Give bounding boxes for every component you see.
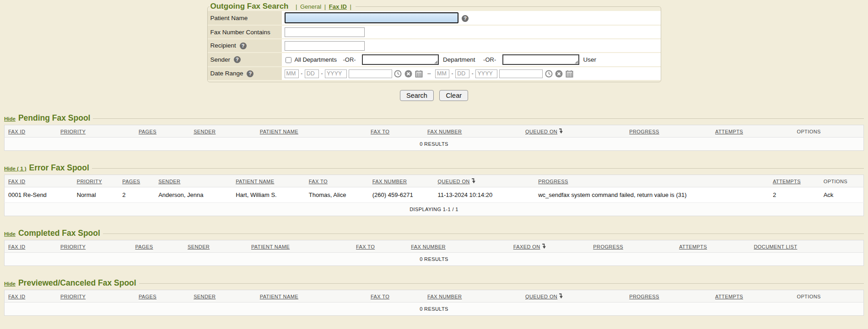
department-combo[interactable] [362,54,439,65]
column-header-pages[interactable]: PAGES [135,290,190,302]
column-header-sender[interactable]: SENDER [190,290,256,302]
end-clock-icon[interactable] [545,70,553,78]
patient-name-input[interactable] [285,12,458,23]
column-header-patient-name[interactable]: PATIENT NAME [248,240,352,253]
date-range-help-icon[interactable]: ? [247,70,253,77]
column-header-sender[interactable]: SENDER [155,175,232,187]
column-header-pages[interactable]: PAGES [119,175,155,187]
column-header-priority[interactable]: PRIORITY [57,240,131,253]
recipient-input[interactable] [285,41,365,51]
column-header-progress[interactable]: PROGRESS [534,175,769,187]
column-header-patient-name[interactable]: PATIENT NAME [256,125,367,138]
date-separator: - [471,70,474,77]
tab-separator: | [294,3,298,10]
clear-button[interactable]: Clear [439,90,468,101]
cell-options[interactable]: Ack [820,187,864,203]
start-clock-icon[interactable] [394,70,402,78]
start-day-input[interactable] [305,69,319,78]
search-form-grid: Patient Name ? Fax Number Contains Recip… [208,11,661,81]
results-summary: 0 RESULTS [5,302,864,316]
column-header-queued-on[interactable]: QUEUED ON [522,290,625,302]
column-header-fax-id[interactable]: FAX ID [5,175,73,187]
cell-pages: 2 [119,187,155,203]
column-header-queued-on[interactable]: QUEUED ON [522,125,625,138]
all-departments-checkbox[interactable] [286,57,291,63]
column-header-document-list[interactable]: DOCUMENT LIST [750,240,864,253]
form-title: Outgoing Fax Search [210,2,289,11]
end-month-input[interactable] [435,69,449,78]
footer-row: 0 RESULTS [5,138,864,151]
recipient-help-icon[interactable]: ? [240,42,247,49]
column-header-queued-on[interactable]: QUEUED ON [434,175,534,187]
column-header-patient-name[interactable]: PATIENT NAME [232,175,305,187]
end-clear-icon[interactable] [555,70,563,78]
tab-fax-id[interactable]: Fax ID [329,3,347,10]
column-header-attempts[interactable]: ATTEMPTS [769,175,820,187]
column-header-pages[interactable]: PAGES [135,125,190,138]
column-header-fax-id[interactable]: FAX ID [5,290,57,302]
column-header-fax-to[interactable]: FAX TO [367,125,424,138]
column-header-priority[interactable]: PRIORITY [73,175,119,187]
recipient-label-text: Recipient [210,42,236,49]
patient-name-help-icon[interactable]: ? [462,15,469,22]
spool-table: FAX IDPRIORITYPAGESSENDERPATIENT NAMEFAX… [4,290,864,316]
department-label: Department [441,56,477,63]
section-head: Hide ( 1 ) Error Fax Spool [4,163,864,173]
column-header-attempts[interactable]: ATTEMPTS [675,240,750,253]
column-header-fax-to[interactable]: FAX TO [367,290,424,302]
column-header-attempts[interactable]: ATTEMPTS [712,125,793,138]
end-year-input[interactable] [475,69,497,78]
end-day-input[interactable] [455,69,469,78]
column-header-fax-id[interactable]: FAX ID [5,240,57,253]
column-header-priority[interactable]: PRIORITY [57,290,135,302]
hide-link[interactable]: Hide [4,281,16,287]
search-button[interactable]: Search [400,90,434,101]
column-header-patient-name[interactable]: PATIENT NAME [256,290,367,302]
column-header-sender[interactable]: SENDER [190,125,256,138]
section-divider [139,283,864,284]
column-header-attempts[interactable]: ATTEMPTS [712,290,793,302]
column-header-pages[interactable]: PAGES [131,240,184,253]
column-header-progress[interactable]: PROGRESS [625,125,712,138]
sort-descending-icon[interactable] [471,178,475,184]
start-time-input[interactable] [349,69,392,78]
hide-link[interactable]: Hide [4,116,16,122]
start-month-input[interactable] [285,69,299,78]
column-header-priority[interactable]: PRIORITY [57,125,135,138]
hide-link[interactable]: Hide ( 1 ) [4,166,27,171]
column-header-progress[interactable]: PROGRESS [589,240,675,253]
column-header-faxed-on[interactable]: FAXED ON [510,240,590,253]
fax-number-input[interactable] [285,27,365,37]
section-error: Hide ( 1 ) Error Fax Spool FAX IDPRIORIT… [4,163,864,216]
date-range-label: Date Range ? [208,67,282,80]
sort-descending-icon[interactable] [542,244,546,249]
column-header-fax-number[interactable]: FAX NUMBER [369,175,434,187]
start-year-input[interactable] [325,69,347,78]
sort-descending-icon[interactable] [559,293,563,299]
column-header-fax-number[interactable]: FAX NUMBER [424,290,522,302]
sender-row: Sender ? All Departments -OR- Department… [208,53,661,67]
cell-patient-name: Hart, William S. [232,187,305,203]
start-calendar-icon[interactable] [415,70,423,78]
column-header-options: OPTIONS [793,125,863,138]
sender-help-icon[interactable]: ? [234,56,241,63]
user-combo[interactable] [502,54,579,65]
cell-attempts: 2 [769,187,820,203]
column-header-fax-to[interactable]: FAX TO [305,175,369,187]
all-departments-label: All Departments [294,56,336,63]
end-time-input[interactable] [499,69,543,78]
column-header-fax-number[interactable]: FAX NUMBER [424,125,522,138]
sort-descending-icon[interactable] [559,128,563,134]
column-header-progress[interactable]: PROGRESS [625,290,712,302]
tab-general[interactable]: General [300,3,321,10]
column-header-sender[interactable]: SENDER [184,240,248,253]
section-head: Hide Previewed/Canceled Fax Spool [4,278,864,288]
cell-fax-id[interactable]: 0001 Re-Send [5,187,73,203]
hide-link[interactable]: Hide [4,231,16,237]
start-clear-icon[interactable] [404,70,412,78]
end-calendar-icon[interactable] [566,70,573,78]
column-header-fax-to[interactable]: FAX TO [352,240,407,253]
spool-table: FAX IDPRIORITYPAGESSENDERPATIENT NAMEFAX… [4,240,864,266]
column-header-fax-id[interactable]: FAX ID [5,125,57,138]
column-header-fax-number[interactable]: FAX NUMBER [407,240,509,253]
